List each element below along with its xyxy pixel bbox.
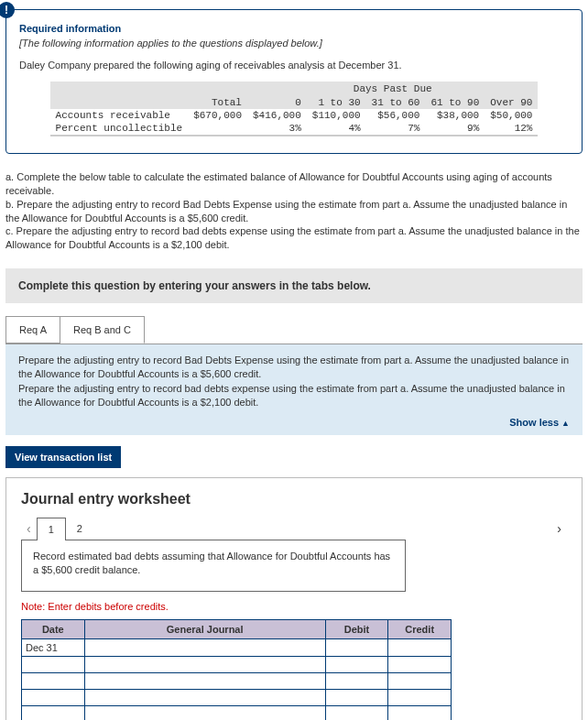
question-list: a. Complete the below table to calculate…	[5, 170, 583, 252]
je-header-date: Date	[22, 619, 85, 638]
debits-before-credits-note: Note: Enter debits before credits.	[21, 601, 567, 612]
aging-cell	[188, 122, 247, 136]
aging-col-total: Total	[188, 96, 247, 109]
intro-text: Daley Company prepared the following agi…	[19, 60, 569, 71]
je-credit-cell[interactable]	[388, 705, 452, 720]
aging-col-61-90: 61 to 90	[425, 96, 485, 109]
aging-col-1-30: 1 to 30	[307, 96, 366, 109]
aging-cell: 7%	[366, 122, 426, 136]
tab-req-b-c[interactable]: Req B and C	[60, 316, 145, 344]
aging-cell: 4%	[307, 122, 366, 136]
aging-cell: $110,000	[307, 109, 366, 122]
tab-req-a[interactable]: Req A	[5, 316, 60, 344]
aging-header-span: Days Past Due	[247, 82, 538, 96]
je-row	[22, 656, 452, 672]
je-credit-cell[interactable]	[388, 638, 452, 656]
question-c: c. Prepare the adjusting entry to record…	[5, 224, 583, 252]
aging-col-0	[50, 96, 189, 109]
je-account-cell[interactable]	[84, 656, 325, 672]
je-debit-cell[interactable]	[325, 638, 388, 656]
instruction-bar: Complete this question by entering your …	[5, 268, 583, 303]
chevron-right-icon[interactable]: ›	[551, 521, 567, 536]
aging-cell: $38,000	[425, 109, 485, 122]
req-tabs: Req A Req B and C	[5, 316, 583, 344]
worksheet-title: Journal entry worksheet	[21, 491, 567, 507]
worksheet-tab-1[interactable]: 1	[37, 518, 66, 540]
je-credit-cell[interactable]	[388, 689, 452, 705]
aging-col-0days: 0	[247, 96, 307, 109]
view-transaction-list-button[interactable]: View transaction list	[5, 446, 121, 468]
worksheet-tab-2[interactable]: 2	[66, 518, 93, 540]
aging-row-ar-label: Accounts receivable	[50, 109, 189, 122]
aging-row-pct: Percent uncollectible 3% 4% 7% 9% 12%	[50, 122, 539, 136]
aging-table: Days Past Due Total 0 1 to 30 31 to 60 6…	[50, 82, 539, 136]
je-credit-cell[interactable]	[388, 656, 452, 672]
aging-cell: $56,000	[366, 109, 426, 122]
show-less-toggle[interactable]: Show less	[18, 410, 570, 430]
je-row	[22, 689, 452, 705]
je-row	[22, 705, 452, 720]
je-row: Dec 31	[22, 638, 452, 656]
je-row	[22, 672, 452, 689]
je-header-general-journal: General Journal	[84, 619, 325, 638]
question-b: b. Prepare the adjusting entry to record…	[5, 198, 583, 225]
je-date-cell[interactable]	[22, 656, 85, 672]
je-date-cell[interactable]	[22, 672, 85, 689]
aging-cell: $50,000	[485, 109, 538, 122]
aging-cell: 12%	[485, 122, 538, 136]
required-info-subtitle: [The following information applies to th…	[19, 38, 569, 49]
je-debit-cell[interactable]	[325, 656, 388, 672]
je-date-cell[interactable]	[22, 689, 85, 705]
aging-col-31-60: 31 to 60	[366, 96, 426, 109]
aging-cell: $416,000	[247, 109, 307, 122]
required-info-panel: ! Required information [The following in…	[5, 9, 583, 154]
aging-cell: 9%	[425, 122, 485, 136]
je-header-debit: Debit	[325, 619, 388, 638]
aging-cell: $670,000	[188, 109, 247, 122]
je-account-cell[interactable]	[84, 689, 325, 705]
je-account-cell[interactable]	[84, 672, 325, 689]
je-debit-cell[interactable]	[325, 672, 388, 689]
prompt-text-2: Prepare the adjusting entry to record ba…	[18, 382, 570, 410]
je-date-cell[interactable]: Dec 31	[22, 638, 85, 656]
prompt-panel: Prepare the adjusting entry to record Ba…	[5, 344, 583, 435]
aging-row-pct-label: Percent uncollectible	[50, 122, 189, 136]
info-badge-icon: !	[0, 2, 15, 18]
prompt-text-1: Prepare the adjusting entry to record Ba…	[18, 354, 570, 382]
chevron-left-icon[interactable]: ‹	[21, 521, 37, 536]
je-header-credit: Credit	[388, 619, 452, 638]
je-debit-cell[interactable]	[325, 705, 388, 720]
je-credit-cell[interactable]	[388, 672, 452, 689]
question-a: a. Complete the below table to calculate…	[5, 170, 583, 198]
aging-cell: 3%	[247, 122, 307, 136]
aging-col-over90: Over 90	[485, 96, 538, 109]
worksheet-description: Record estimated bad debts assuming that…	[21, 540, 406, 592]
journal-entry-table: Date General Journal Debit Credit Dec 31	[21, 619, 452, 720]
je-account-cell[interactable]	[84, 705, 325, 720]
je-debit-cell[interactable]	[325, 689, 388, 705]
required-info-title: Required information	[19, 23, 569, 34]
aging-row-ar: Accounts receivable $670,000 $416,000 $1…	[50, 109, 539, 122]
je-date-cell[interactable]	[22, 705, 85, 720]
je-account-cell[interactable]	[84, 638, 325, 656]
journal-entry-worksheet: Journal entry worksheet ‹ 1 2 › Record e…	[5, 477, 583, 720]
worksheet-nav: ‹ 1 2 ›	[21, 517, 567, 540]
